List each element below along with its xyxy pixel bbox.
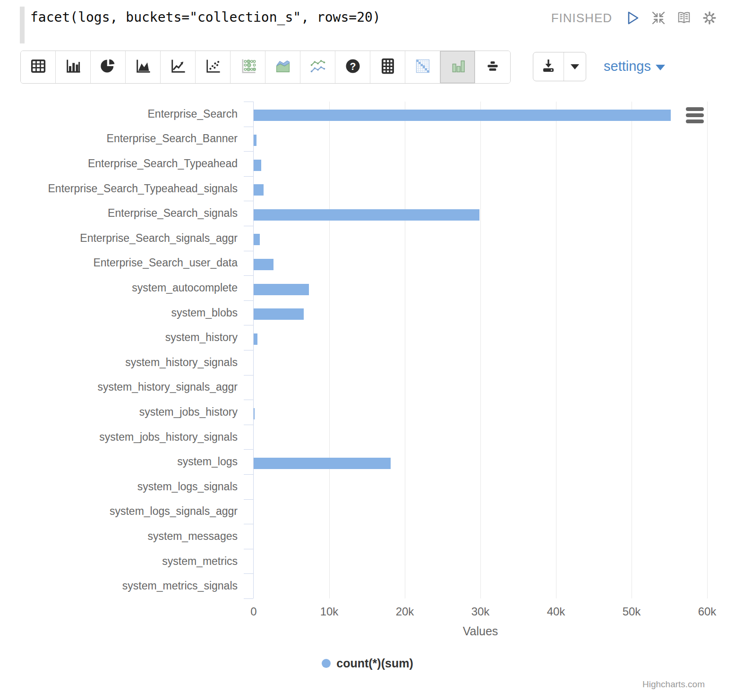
gridline	[632, 102, 632, 598]
help-icon: ?	[344, 57, 362, 77]
toolbar-button-stacked-area-icon[interactable]	[265, 51, 300, 83]
svg-text:?: ?	[350, 61, 356, 72]
category-label: Enterprise_Search	[0, 102, 238, 127]
category-label: system_jobs_history	[0, 400, 238, 425]
bar	[254, 184, 264, 196]
gridline	[556, 102, 556, 598]
axis-tick	[244, 449, 253, 450]
bar	[254, 259, 273, 270]
toolbar-button-line-chart-icon[interactable]	[161, 51, 196, 83]
bar	[254, 333, 257, 345]
category-label: system_autocomplete	[0, 275, 238, 300]
bar-chart-icon	[64, 57, 82, 77]
category-label: Enterprise_Search_signals_aggr	[0, 226, 238, 251]
multi-line-icon	[309, 57, 327, 77]
axis-tick	[244, 499, 253, 500]
toolbar-button-heatmap-icon[interactable]	[405, 51, 440, 83]
gridline	[329, 102, 330, 598]
download-split-button	[533, 52, 586, 81]
axis-tick	[244, 151, 253, 152]
status-badge: FINISHED	[551, 11, 612, 26]
axis-tick	[244, 201, 253, 201]
grid-table-icon	[379, 57, 397, 77]
axis-tick	[244, 400, 253, 400]
toolbar-button-area-chart-icon[interactable]	[126, 51, 161, 83]
legend-label: count(*)(sum)	[336, 657, 413, 670]
toolbar-button-grid-table-icon[interactable]	[370, 51, 405, 83]
table-icon	[29, 57, 47, 77]
axis-tick	[244, 573, 253, 574]
download-options-button[interactable]	[564, 52, 586, 81]
settings-dropdown[interactable]: settings	[604, 59, 665, 74]
category-label: Enterprise_Search_Typeahead	[0, 151, 238, 176]
x-axis-tick-label: 40k	[535, 605, 577, 618]
toolbar-button-multi-line-icon[interactable]	[300, 51, 335, 83]
download-icon	[540, 58, 556, 76]
query-editor[interactable]: facet(logs, buckets="collection_s", rows…	[30, 9, 381, 25]
category-label: Enterprise_Search_Typeahead_signals	[0, 176, 238, 201]
play-icon[interactable]	[625, 10, 641, 26]
category-label: system_jobs_history_signals	[0, 425, 238, 450]
axis-tick	[244, 102, 253, 102]
toolbar-button-bar-chart-icon[interactable]	[56, 51, 91, 83]
x-axis-tick-label: 20k	[384, 605, 426, 618]
toolbar-button-funnel-icon[interactable]	[475, 51, 510, 83]
gridline	[707, 102, 708, 598]
hamburger-menu-icon[interactable]	[686, 107, 704, 126]
legend-item[interactable]: count(*)(sum)	[0, 657, 735, 670]
category-label: system_logs_signals	[0, 474, 238, 499]
compress-icon[interactable]	[651, 10, 666, 26]
axis-tick	[244, 375, 253, 376]
category-label: system_metrics	[0, 549, 238, 574]
bar	[254, 308, 304, 320]
book-icon[interactable]	[676, 10, 692, 26]
bar	[254, 284, 309, 295]
column-chart-icon	[449, 57, 467, 77]
toolbar-button-table-icon[interactable]	[21, 51, 56, 83]
settings-label: settings	[604, 59, 651, 74]
x-axis-tick-label: 10k	[308, 605, 350, 618]
stacked-area-icon	[274, 57, 292, 77]
notebook-cell: facet(logs, buckets="collection_s", rows…	[0, 0, 735, 700]
toolbar-button-help-icon[interactable]: ?	[335, 51, 370, 83]
axis-tick	[244, 226, 253, 226]
bar	[254, 408, 255, 419]
heatmap-icon	[414, 57, 432, 77]
axis-tick	[244, 127, 253, 127]
axis-tick	[244, 325, 253, 325]
download-button[interactable]	[533, 52, 564, 81]
toolbar-button-bubble-chart-icon[interactable]	[231, 51, 265, 83]
axis-tick	[244, 425, 253, 425]
bar	[254, 160, 261, 171]
chart-type-toolbar: ?	[20, 51, 511, 84]
category-label: system_history_signals	[0, 350, 238, 375]
bar	[254, 110, 671, 121]
toolbar-button-pie-chart-icon[interactable]	[91, 51, 126, 83]
category-label: system_messages	[0, 524, 238, 549]
x-axis-tick-label: 60k	[686, 605, 728, 618]
toolbar-button-column-chart-icon[interactable]	[440, 51, 475, 83]
category-label: Enterprise_Search_Banner	[0, 127, 238, 152]
cell-actions: FINISHED	[551, 10, 717, 26]
category-label: Enterprise_Search_user_data	[0, 251, 238, 276]
area-chart-icon	[134, 57, 152, 77]
toolbar-button-scatter-plot-icon[interactable]	[196, 51, 231, 83]
highcharts-credit: Highcharts.com	[642, 679, 705, 690]
line-chart-icon	[169, 57, 187, 77]
cell-drag-handle[interactable]	[20, 7, 25, 43]
gridline	[480, 102, 481, 598]
bar	[254, 234, 260, 245]
caret-down-icon	[571, 64, 579, 69]
axis-tick	[244, 598, 253, 599]
gear-icon[interactable]	[702, 10, 717, 26]
axis-tick	[244, 275, 253, 276]
x-axis-tick-label: 30k	[459, 605, 502, 618]
category-label: system_logs	[0, 449, 238, 474]
bar	[254, 135, 256, 146]
x-axis-tick-label: 50k	[610, 605, 653, 618]
axis-tick	[244, 251, 253, 251]
gridline	[405, 102, 405, 598]
pie-chart-icon	[99, 57, 117, 77]
axis-tick	[244, 300, 253, 301]
category-label: system_blobs	[0, 300, 238, 325]
